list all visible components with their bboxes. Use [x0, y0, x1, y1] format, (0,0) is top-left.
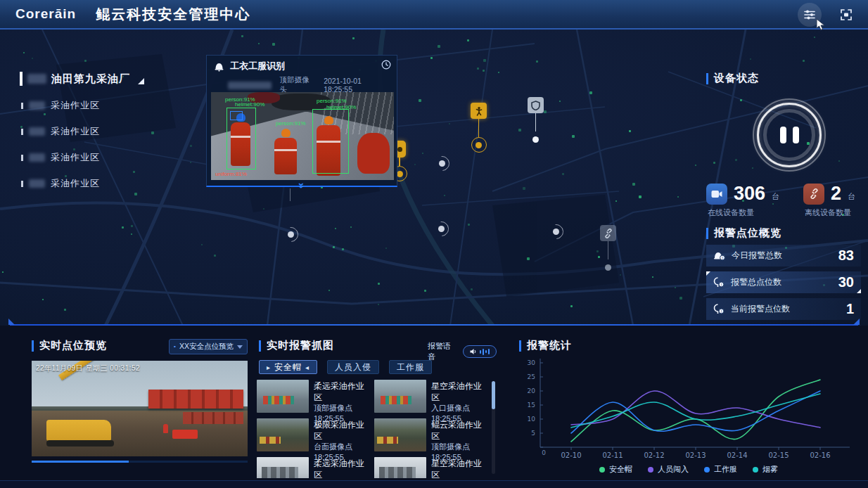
helmet-detection-box: [230, 111, 243, 120]
overview-row-total-points[interactable]: ! 报警总点位数 30: [706, 271, 861, 293]
device-counters: 306 台 在线设备数量 2 台 离线设备数量: [706, 183, 868, 218]
capture-area: 极限采油作业区: [314, 419, 371, 442]
svg-text:02-14: 02-14: [727, 451, 747, 459]
svg-text:0: 0: [542, 449, 546, 456]
map-point-dot[interactable]: [439, 160, 445, 167]
chevrons-down-icon[interactable]: »: [298, 183, 305, 187]
item-tick: [21, 181, 23, 187]
capture-item[interactable]: 鲲云采油作业区顶部摄像点18:25:55: [374, 418, 489, 456]
map-marker-offline[interactable]: [600, 225, 616, 275]
capture-item[interactable]: 星空采油作业区入口摄像点18:25:55: [374, 457, 489, 478]
svg-text:15: 15: [528, 402, 535, 409]
expand-triangle-icon: [138, 78, 144, 84]
panel-title-text: 设备状态: [714, 72, 759, 85]
map-marker-shield[interactable]: [528, 97, 544, 147]
detection-label: person:91%: [317, 98, 347, 104]
tree-plant-node[interactable]: 油田第九采油厂: [20, 72, 144, 86]
crane-wheels: [46, 440, 114, 447]
pause-icon: [753, 98, 826, 172]
legend-smoke[interactable]: 烟雾: [753, 464, 778, 475]
tab-uniform[interactable]: 工作服: [389, 360, 432, 374]
svg-text:25: 25: [528, 373, 535, 380]
row-label: 报警总点位数: [731, 276, 781, 288]
title-accent-bar: [706, 228, 708, 239]
item-tick: [21, 129, 23, 135]
timer-icon[interactable]: [381, 60, 391, 72]
video-progress-bar[interactable]: [32, 461, 248, 463]
svg-text:02-10: 02-10: [561, 451, 581, 459]
popup-title: 工衣工服识别: [230, 60, 285, 72]
tree-area-item[interactable]: 采油作业区: [21, 125, 144, 138]
capture-thumbnail: [257, 418, 309, 451]
legend-uniform[interactable]: 工作服: [704, 464, 737, 475]
legend-dot: [753, 467, 758, 473]
row-label: 今日报警总数: [732, 250, 782, 262]
svg-text:!: !: [722, 256, 723, 260]
selection-corner: [857, 289, 861, 293]
map-point-dot[interactable]: [553, 229, 559, 235]
svg-text:02-16: 02-16: [810, 451, 830, 459]
section-separator: [10, 324, 858, 326]
row-value: 83: [838, 248, 854, 264]
map-point-dot[interactable]: [288, 231, 294, 238]
capture-scrollbar[interactable]: [492, 381, 495, 474]
offline-label: 离线设备数量: [805, 207, 855, 218]
voice-toggle-button[interactable]: [463, 345, 497, 358]
overview-row-today-total[interactable]: ! 今日报警总数 83: [706, 245, 861, 267]
map-point-dot[interactable]: [438, 226, 445, 232]
preview-video-feed[interactable]: 22年11月09日 星期三 00:31:52: [32, 361, 248, 456]
title-accent-bar: [259, 340, 261, 352]
person-intrusion-icon: [471, 103, 487, 119]
camera-icon: [174, 343, 176, 350]
alarm-line-chart: 05101520253002-1002-1102-1202-1302-1402-…: [519, 354, 858, 463]
detection-popup: 工衣工服识别 顶部摄像头 2021-10-01 18:25:55: [206, 55, 397, 187]
capture-item[interactable]: 柔远采油作业区顶部摄像点18:25:55: [257, 457, 371, 478]
legend-intrusion[interactable]: 人员闯入: [648, 464, 689, 475]
offline-devices: 2 台 离线设备数量: [803, 183, 855, 218]
panel-title-text: 报警统计: [527, 339, 572, 352]
svg-text:10: 10: [528, 416, 536, 423]
city-map[interactable]: 油田第九采油厂 采油作业区 采油作业区 采油作业区 采油作业区: [0, 30, 868, 326]
device-status-title: 设备状态: [706, 72, 861, 85]
capture-area: 鲲云采油作业区: [431, 419, 489, 442]
svg-text:20: 20: [528, 387, 536, 394]
selection-corner: [706, 271, 710, 276]
tab-intrusion[interactable]: 人员入侵: [327, 360, 379, 374]
alarm-point-icon: !: [713, 304, 725, 315]
capture-thumbnail: [257, 457, 309, 478]
alarm-point-icon: !: [713, 277, 725, 288]
capture-item[interactable]: 极限采油作业区台面摄像点18:25:55: [257, 418, 371, 456]
legend-helmet[interactable]: 安全帽: [599, 464, 632, 475]
tab-helmet[interactable]: 安全帽: [259, 360, 317, 374]
map-marker-person-intrusion[interactable]: [471, 103, 487, 153]
mouse-cursor-icon: [816, 18, 826, 34]
tree-area-item[interactable]: 采油作业区: [21, 177, 144, 190]
preview-point-dropdown[interactable]: XX安全点位预览: [169, 339, 248, 354]
svg-text:02-13: 02-13: [685, 451, 706, 459]
row-value: 30: [838, 274, 854, 290]
scrollbar-thumb[interactable]: [492, 381, 495, 409]
plant-name: 油田第九采油厂: [51, 72, 130, 86]
capture-area: 星空采油作业区: [431, 458, 489, 478]
detection-box: [312, 109, 349, 174]
shield-icon: [528, 97, 544, 113]
svg-text:5: 5: [531, 430, 535, 437]
status-ring: [753, 98, 826, 172]
redacted-prefix: [29, 101, 45, 110]
fullscreen-button[interactable]: [834, 3, 858, 27]
dropdown-value: XX安全点位预览: [179, 342, 234, 352]
crane-cab: [46, 420, 111, 441]
popup-stem: [290, 188, 291, 201]
capture-item[interactable]: 柔远采油作业区顶部摄像点18:25:55: [257, 380, 371, 417]
area-name: 采油作业区: [51, 177, 100, 190]
detection-video-feed[interactable]: person:91% helmet:90% person:91% person:…: [211, 92, 394, 180]
alert-badge: [172, 430, 198, 439]
tree-area-item[interactable]: 采油作业区: [21, 99, 144, 112]
tree-area-item[interactable]: 采油作业区: [21, 151, 144, 164]
area-name: 采油作业区: [51, 151, 100, 164]
capture-item[interactable]: 星空采油作业区入口摄像点18:25:55: [374, 380, 489, 417]
capture-area: 星空采油作业区: [431, 380, 489, 403]
overview-row-current-points[interactable]: ! 当前报警点位数 1: [706, 298, 861, 320]
panel-title-text: 实时报警抓图: [267, 339, 334, 352]
svg-text:02-15: 02-15: [768, 451, 789, 459]
